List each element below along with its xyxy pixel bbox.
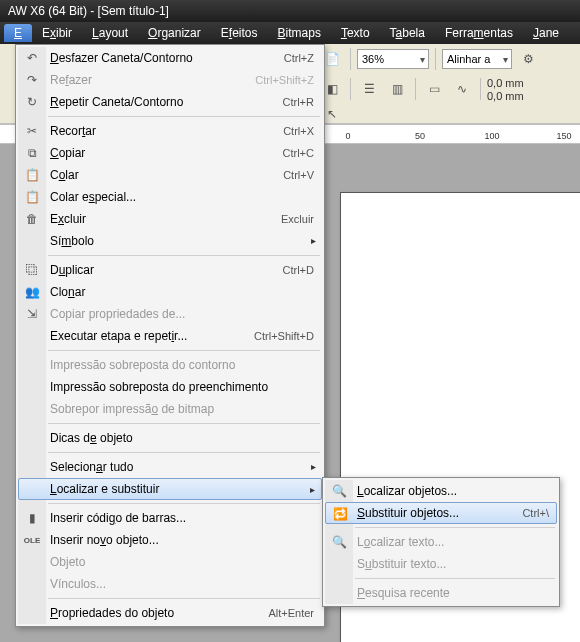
chevron-right-icon: ▸ [311, 235, 316, 246]
menu-paste[interactable]: 📋 ColarCtrl+V [18, 164, 322, 186]
paste-special-icon: 📋 [23, 188, 41, 206]
menu-janela[interactable]: Jane [523, 24, 569, 42]
zoom-combo[interactable]: 36% [357, 49, 429, 69]
menu-new-object[interactable]: OLE Inserir novo objeto... [18, 529, 322, 551]
barcode-icon: ▮ [23, 509, 41, 527]
menu-symbol[interactable]: Símbolo▸ [18, 230, 322, 252]
menu-select-all[interactable]: Selecionar tudo▸ [18, 456, 322, 478]
menu-organizar[interactable]: Organizar [138, 24, 211, 42]
dim-x[interactable]: 0,0 mm [487, 77, 524, 89]
menu-links: Vínculos... [18, 573, 322, 595]
menu-copy-props: ⇲ Copiar propriedades de... [18, 303, 322, 325]
window-title: AW X6 (64 Bit) - [Sem título-1] [0, 0, 580, 22]
curve-tool-icon[interactable]: ∿ [450, 77, 474, 101]
menu-redo: ↷ RefazerCtrl+Shift+Z [18, 69, 322, 91]
paste-icon: 📋 [23, 166, 41, 184]
dim-y[interactable]: 0,0 mm [487, 90, 524, 102]
menu-clone[interactable]: 👥 Clonar [18, 281, 322, 303]
duplicate-icon: ⿻ [23, 261, 41, 279]
submenu-replace-objects[interactable]: 🔁 Substituir objetos...Ctrl+\ [325, 502, 557, 524]
ole-icon: OLE [23, 531, 41, 549]
menu-overprint-outline: Impressão sobreposta do contorno [18, 354, 322, 376]
menu-step-repeat[interactable]: Executar etapa e repetir...Ctrl+Shift+D [18, 325, 322, 347]
menu-properties[interactable]: Propriedades do objetoAlt+Enter [18, 602, 322, 624]
submenu-find-objects[interactable]: 🔍 Localizar objetos... [325, 480, 557, 502]
snap-combo[interactable]: Alinhar a [442, 49, 512, 69]
menu-efeitos[interactable]: Efeitos [211, 24, 268, 42]
menu-object: Objeto [18, 551, 322, 573]
menu-bitmaps[interactable]: Bitmaps [268, 24, 331, 42]
find-replace-submenu: 🔍 Localizar objetos... 🔁 Substituir obje… [322, 477, 560, 607]
clone-icon: 👥 [23, 283, 41, 301]
editar-menu: ↶ Desfazer Caneta/ContornoCtrl+Z ↷ Refaz… [15, 44, 325, 627]
menu-layout[interactable]: Layout [82, 24, 138, 42]
submenu-recent: Pesquisa recente [325, 582, 557, 604]
find-objects-icon: 🔍 [330, 482, 348, 500]
menu-overprint-bitmap: Sobrepor impressão de bitmap [18, 398, 322, 420]
menu-undo[interactable]: ↶ Desfazer Caneta/ContornoCtrl+Z [18, 47, 322, 69]
chevron-right-icon: ▸ [311, 461, 316, 472]
chevron-right-icon: ▸ [310, 484, 315, 495]
options-icon[interactable]: ⚙ [516, 47, 540, 71]
align-icon[interactable]: ☰ [357, 77, 381, 101]
menu-texto[interactable]: Texto [331, 24, 380, 42]
cut-icon: ✂ [23, 122, 41, 140]
menu-paste-special[interactable]: 📋 Colar especial... [18, 186, 322, 208]
menu-ferramentas[interactable]: Ferramentas [435, 24, 523, 42]
menu-repeat[interactable]: ↻ Repetir Caneta/ContornoCtrl+R [18, 91, 322, 113]
delete-icon: 🗑 [23, 210, 41, 228]
menu-barcode[interactable]: ▮ Inserir código de barras... [18, 507, 322, 529]
submenu-replace-text: Substituir texto... [325, 553, 557, 575]
copy-props-icon: ⇲ [23, 305, 41, 323]
menu-editar[interactable]: E [4, 24, 32, 42]
menu-find-replace[interactable]: Localizar e substituir▸ [18, 478, 322, 500]
menu-tabela[interactable]: Tabela [380, 24, 435, 42]
menu-copy[interactable]: ⧉ CopiarCtrl+C [18, 142, 322, 164]
menu-cut[interactable]: ✂ RecortarCtrl+X [18, 120, 322, 142]
distribute-icon[interactable]: ▥ [385, 77, 409, 101]
menu-overprint-fill[interactable]: Impressão sobreposta do preenchimento [18, 376, 322, 398]
copy-icon: ⧉ [23, 144, 41, 162]
menu-object-hints[interactable]: Dicas de objeto [18, 427, 322, 449]
menu-delete[interactable]: 🗑 ExcluirExcluir [18, 208, 322, 230]
find-text-icon: 🔍 [330, 533, 348, 551]
repeat-icon: ↻ [23, 93, 41, 111]
undo-icon: ↶ [23, 49, 41, 67]
menu-exibir[interactable]: Exibir [32, 24, 82, 42]
menu-bar: E Exibir Layout Organizar Efeitos Bitmap… [0, 22, 580, 44]
menu-duplicate[interactable]: ⿻ DuplicarCtrl+D [18, 259, 322, 281]
rect-tool-icon[interactable]: ▭ [422, 77, 446, 101]
submenu-find-text: 🔍 Localizar texto... [325, 531, 557, 553]
redo-icon: ↷ [23, 71, 41, 89]
replace-objects-icon: 🔁 [331, 505, 349, 523]
